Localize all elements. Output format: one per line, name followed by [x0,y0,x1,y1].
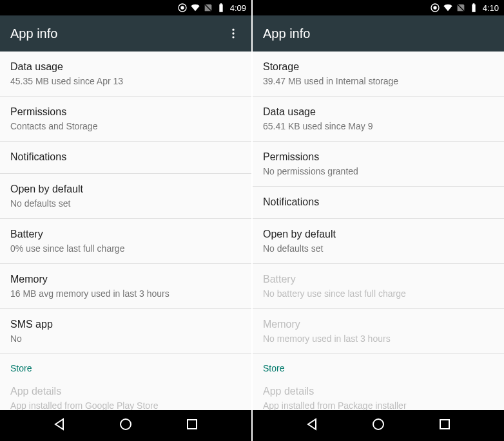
svg-rect-6 [188,420,197,429]
list-item-app-details: App details App installed from Package i… [253,376,504,410]
list-item-title: Battery [10,228,241,241]
back-button[interactable] [52,417,67,435]
app-bar-title: App info [10,26,57,41]
list-item-title: Data usage [263,106,494,119]
list-item-permissions[interactable]: Permissions No permissions granted [253,142,504,187]
settings-list: Data usage 45.35 MB used since Apr 13 Pe… [0,52,251,410]
list-item-title: Data usage [10,61,241,74]
circle-icon [430,3,440,13]
list-item-app-details: App details App installed from Google Pl… [0,376,251,410]
recent-button[interactable] [184,417,200,435]
status-time: 4:09 [230,3,246,13]
overflow-menu-button[interactable] [226,26,241,41]
back-icon [304,417,320,432]
svg-point-9 [373,419,383,429]
list-item-subtitle: No permissions granted [263,165,494,177]
list-item-notifications[interactable]: Notifications [0,142,251,174]
circle-icon [177,3,188,13]
list-item-subtitle: App installed from Package installer [263,400,494,411]
svg-point-3 [232,32,234,34]
list-item-title: App details [10,385,241,399]
list-item-title: SMS app [10,318,241,332]
list-item-title: Permissions [263,151,494,164]
no-sim-icon [203,3,213,13]
list-item-subtitle: Contacts and Storage [10,120,241,132]
list-item-title: Notifications [263,196,494,209]
list-item-data-usage[interactable]: Data usage 65.41 KB used since May 9 [253,97,504,142]
navigation-bar [253,410,504,441]
app-bar-title: App info [263,26,310,41]
list-item-subtitle: 45.35 MB used since Apr 13 [10,75,241,87]
list-item-subtitle: No defaults set [10,198,241,209]
settings-list: Storage 39.47 MB used in Internal storag… [253,52,504,410]
list-item-notifications[interactable]: Notifications [253,187,504,219]
battery-icon [216,3,226,13]
home-icon [118,417,133,432]
list-item-subtitle: 0% use since last full charge [10,243,241,254]
list-item-title: Notifications [10,151,241,164]
status-bar: 4:10 [253,0,504,15]
list-item-battery[interactable]: Battery 0% use since last full charge [0,219,251,264]
svg-point-5 [121,419,131,429]
list-item-subtitle: 65.41 KB used since May 9 [263,120,494,132]
battery-icon [469,3,479,13]
recent-icon [437,417,452,432]
wifi-icon [443,3,453,13]
list-item-title: App details [263,385,494,399]
list-item-sms-app[interactable]: SMS app No [0,309,251,354]
list-item-permissions[interactable]: Permissions Contacts and Storage [0,97,251,142]
list-item-subtitle: No battery use since last full charge [263,288,494,299]
home-button[interactable] [118,417,133,435]
list-item-subtitle: No [10,333,241,344]
list-item-subtitle: App installed from Google Play Store [10,400,241,411]
svg-rect-10 [440,420,449,429]
more-vert-icon [227,27,240,40]
recent-button[interactable] [437,417,452,435]
list-item-open-by-default[interactable]: Open by default No defaults set [0,174,251,219]
section-header-store: Store [0,354,251,376]
list-item-battery: Battery No battery use since last full c… [253,264,504,309]
wifi-icon [190,3,200,13]
home-icon [371,417,386,432]
home-button[interactable] [371,417,386,435]
app-bar: App info [253,15,504,52]
svg-point-1 [180,6,184,9]
back-button[interactable] [304,417,320,435]
navigation-bar [0,410,251,441]
status-time: 4:10 [483,3,499,13]
no-sim-icon [456,3,466,13]
svg-point-2 [232,29,234,31]
list-item-subtitle: No memory used in last 3 hours [263,333,494,344]
list-item-storage[interactable]: Storage 39.47 MB used in Internal storag… [253,52,504,97]
list-item-subtitle: No defaults set [263,243,494,254]
recent-icon [184,417,200,432]
list-item-data-usage[interactable]: Data usage 45.35 MB used since Apr 13 [0,52,251,97]
phone-screen-left: 4:09 App info Data usage 45.35 MB used s… [0,0,251,441]
list-item-title: Memory [10,273,241,286]
list-item-title: Open by default [10,183,241,196]
svg-point-8 [433,6,436,9]
list-item-subtitle: 16 MB avg memory used in last 3 hours [10,288,241,299]
list-item-open-by-default[interactable]: Open by default No defaults set [253,219,504,264]
list-item-memory[interactable]: Memory 16 MB avg memory used in last 3 h… [0,264,251,309]
status-bar: 4:09 [0,0,251,15]
back-icon [52,417,67,432]
list-item-title: Memory [263,318,494,332]
list-item-memory: Memory No memory used in last 3 hours [253,309,504,354]
phone-screen-right: 4:10 App info Storage 39.47 MB used in I… [253,0,504,441]
section-header-store: Store [253,354,504,376]
list-item-title: Open by default [263,228,494,241]
app-bar: App info [0,15,251,52]
list-item-title: Battery [263,273,494,286]
list-item-title: Storage [263,61,494,74]
list-item-subtitle: 39.47 MB used in Internal storage [263,75,494,87]
list-item-title: Permissions [10,106,241,119]
svg-point-4 [232,36,234,38]
